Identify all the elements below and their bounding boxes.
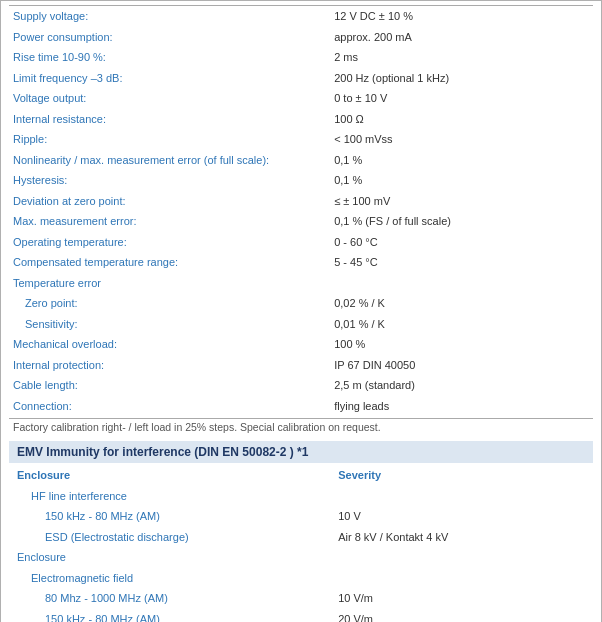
spec-label: Deviation at zero point: [9, 191, 330, 212]
emv-row-label: HF line interference [9, 486, 330, 507]
spec-value: 12 V DC ± 10 % [330, 6, 593, 27]
spec-value: 5 - 45 °C [330, 252, 593, 273]
emv-row-value: Air 8 kV / Kontakt 4 kV [330, 527, 593, 548]
emv-row-label: 150 kHz - 80 MHz (AM) [9, 609, 330, 623]
emv-header: EMV Immunity for interference (DIN EN 50… [9, 441, 593, 463]
spec-label: Internal resistance: [9, 109, 330, 130]
emv-row-label: 80 Mhz - 1000 MHz (AM) [9, 588, 330, 609]
spec-value: 0 to ± 10 V [330, 88, 593, 109]
emv-row-value [330, 486, 593, 507]
spec-value: 2 ms [330, 47, 593, 68]
spec-label: Operating temperature: [9, 232, 330, 253]
spec-value: IP 67 DIN 40050 [330, 355, 593, 376]
spec-value: 0,1 % (FS / of full scale) [330, 211, 593, 232]
spec-label: Rise time 10-90 %: [9, 47, 330, 68]
temp-error-label: Temperature error [9, 273, 330, 294]
spec-table: Supply voltage:12 V DC ± 10 %Power consu… [9, 5, 593, 416]
emv-row-value [330, 547, 593, 568]
spec-value: 0 - 60 °C [330, 232, 593, 253]
spec-label: Internal protection: [9, 355, 330, 376]
spec-label: Limit frequency –3 dB: [9, 68, 330, 89]
sensitivity-value: 0,01 % / K [330, 314, 593, 335]
emv-row-value [330, 568, 593, 589]
emv-col1-header: Enclosure [9, 465, 330, 486]
spec-value: 0,1 % [330, 170, 593, 191]
sensitivity-label: Sensitivity: [9, 314, 330, 335]
spec-value: approx. 200 mA [330, 27, 593, 48]
zero-point-label: Zero point: [9, 293, 330, 314]
spec-value: ≤ ± 100 mV [330, 191, 593, 212]
emv-row-value: 10 V [330, 506, 593, 527]
spec-label: Cable length: [9, 375, 330, 396]
spec-label: Nonlinearity / max. measurement error (o… [9, 150, 330, 171]
emv-row-label: 150 kHz - 80 MHz (AM) [9, 506, 330, 527]
emv-row-label: Electromagnetic field [9, 568, 330, 589]
spec-label: Hysteresis: [9, 170, 330, 191]
spec-value: flying leads [330, 396, 593, 417]
spec-value: 100 Ω [330, 109, 593, 130]
factory-note: Factory calibration right- / left load i… [9, 418, 593, 437]
emv-row-value: 20 V/m [330, 609, 593, 623]
emv-col2-header: Severity [330, 465, 593, 486]
spec-label: Compensated temperature range: [9, 252, 330, 273]
spec-label: Max. measurement error: [9, 211, 330, 232]
emv-table: EnclosureSeverityHF line interference150… [9, 465, 593, 622]
spec-value: 100 % [330, 334, 593, 355]
spec-label: Mechanical overload: [9, 334, 330, 355]
spec-value: 0,1 % [330, 150, 593, 171]
spec-label: Voltage output: [9, 88, 330, 109]
emv-row-value: 10 V/m [330, 588, 593, 609]
spec-label: Ripple: [9, 129, 330, 150]
spec-value: 2,5 m (standard) [330, 375, 593, 396]
main-container: Supply voltage:12 V DC ± 10 %Power consu… [0, 0, 602, 622]
spec-label: Supply voltage: [9, 6, 330, 27]
emv-row-label: ESD (Electrostatic discharge) [9, 527, 330, 548]
spec-label: Power consumption: [9, 27, 330, 48]
zero-point-value: 0,02 % / K [330, 293, 593, 314]
spec-value: 200 Hz (optional 1 kHz) [330, 68, 593, 89]
spec-value: < 100 mVss [330, 129, 593, 150]
spec-label: Connection: [9, 396, 330, 417]
emv-row-label: Enclosure [9, 547, 330, 568]
